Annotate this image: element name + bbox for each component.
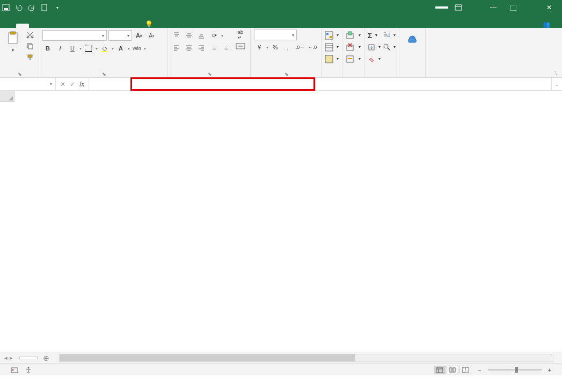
sheet-tab-bar: ◂ ▸ ⊕ [0, 352, 562, 364]
undo-icon[interactable] [15, 4, 23, 11]
normal-view-icon[interactable] [434, 366, 446, 374]
accessibility-icon[interactable] [25, 366, 32, 374]
currency-icon[interactable]: ¥ [254, 42, 265, 53]
cancel-formula-icon[interactable]: ✕ [60, 81, 65, 88]
tab-data[interactable] [68, 24, 81, 28]
increase-font-icon[interactable]: A▴ [134, 30, 144, 41]
svg-rect-2 [42, 4, 47, 11]
autosum-button[interactable]: Σ▾ [368, 30, 381, 41]
align-center-icon[interactable] [184, 42, 194, 53]
ribbon-display-icon[interactable] [455, 4, 476, 11]
minimize-button[interactable]: — [483, 4, 504, 11]
zoom-out-icon[interactable]: − [478, 367, 481, 373]
page-layout-view-icon[interactable] [447, 366, 458, 374]
qat-more-icon[interactable]: ▾ [54, 4, 61, 11]
align-right-icon[interactable] [196, 42, 207, 53]
save-icon[interactable] [2, 4, 10, 11]
decrease-decimal-icon[interactable]: ←.0 [307, 42, 318, 53]
launcher-icon[interactable]: ⬊ [102, 71, 106, 77]
svg-rect-3 [455, 5, 462, 10]
tab-baidu[interactable] [132, 24, 145, 28]
sheet-nav-prev-icon[interactable]: ◂ [4, 354, 8, 361]
launcher-icon[interactable]: ⬊ [18, 71, 22, 77]
sheet-tab[interactable] [19, 357, 38, 359]
add-sheet-icon[interactable]: ⊕ [38, 354, 55, 362]
tab-layout[interactable] [42, 24, 55, 28]
page-break-view-icon[interactable] [459, 366, 471, 374]
italic-icon[interactable]: I [55, 43, 65, 54]
delete-cells-button[interactable]: ▾ [346, 41, 361, 53]
window-controls: — ✕ [435, 4, 560, 11]
align-bottom-icon[interactable] [196, 30, 207, 41]
svg-rect-48 [347, 45, 353, 50]
launcher-icon[interactable]: ⬊ [208, 71, 212, 77]
increase-indent-icon[interactable]: ≡ [221, 42, 232, 53]
tab-insert[interactable] [29, 24, 42, 28]
orientation-icon[interactable]: ⟳ [209, 30, 220, 41]
cell-style-button[interactable]: ▾ [325, 53, 339, 64]
group-clipboard: ▾ ⬊ [0, 28, 39, 77]
tab-help[interactable] [119, 24, 132, 28]
maximize-button[interactable] [510, 5, 532, 11]
font-color-icon[interactable]: A [115, 43, 126, 54]
expand-formula-icon[interactable]: ⌄ [551, 78, 562, 90]
phonetic-icon[interactable]: wén [132, 43, 142, 54]
tab-formulas[interactable] [55, 24, 68, 28]
format-cells-button[interactable]: ▾ [346, 53, 361, 64]
chevron-down-icon[interactable]: ▾ [50, 82, 52, 86]
increase-decimal-icon[interactable]: .0→ [295, 42, 305, 53]
wrap-text-icon[interactable]: ab↵ [234, 30, 247, 40]
format-painter-icon[interactable] [25, 52, 35, 63]
underline-icon[interactable]: U [67, 43, 78, 54]
select-all-corner[interactable] [0, 91, 14, 102]
font-size-combo[interactable]: ▾ [108, 30, 132, 41]
sheet-nav-next-icon[interactable]: ▸ [10, 354, 13, 361]
fill-button[interactable]: ▾ [368, 41, 381, 53]
redo-icon[interactable] [28, 4, 35, 11]
group-styles: ▾ ▾ ▾ [322, 28, 342, 77]
number-format-combo[interactable]: ▾ [254, 30, 297, 40]
font-name-combo[interactable]: ▾ [42, 30, 107, 41]
table-format-button[interactable]: ▾ [325, 41, 339, 53]
save-to-baidu-button[interactable] [403, 30, 422, 48]
zoom-in-icon[interactable]: + [548, 367, 551, 373]
sort-filter-button[interactable]: ▾ [383, 30, 396, 41]
conditional-format-button[interactable]: ▾ [325, 30, 339, 41]
fill-color-icon[interactable] [99, 43, 110, 54]
tab-file[interactable] [3, 24, 16, 28]
merge-icon[interactable] [234, 41, 247, 52]
group-alignment: ⟳ ▾ ≡ ≡ ab↵ ⬊ [168, 28, 251, 77]
comma-icon[interactable]: , [282, 42, 293, 53]
enter-formula-icon[interactable]: ✓ [70, 81, 75, 88]
bold-icon[interactable]: B [42, 43, 53, 54]
ribbon-tabs: 💡 👥 [0, 15, 562, 28]
login-button[interactable] [435, 6, 448, 9]
tab-home[interactable] [16, 24, 29, 28]
percent-icon[interactable]: % [270, 42, 281, 53]
tab-review[interactable] [81, 24, 93, 28]
tab-view[interactable] [93, 24, 106, 28]
formula-bar[interactable] [89, 78, 551, 90]
decrease-font-icon[interactable]: A▾ [146, 30, 157, 41]
record-macro-icon[interactable] [11, 366, 18, 374]
border-icon[interactable] [83, 43, 94, 54]
name-box[interactable]: ▾ [0, 78, 56, 90]
collapse-ribbon-icon[interactable]: ㄟ [429, 69, 559, 77]
fx-icon[interactable]: fx [79, 81, 84, 88]
align-left-icon[interactable] [171, 42, 182, 53]
insert-cells-button[interactable]: ▾ [346, 30, 361, 41]
horizontal-scrollbar[interactable] [59, 354, 553, 362]
new-icon[interactable] [41, 4, 48, 11]
align-top-icon[interactable] [171, 30, 182, 41]
find-select-button[interactable]: ▾ [383, 41, 396, 53]
paste-button[interactable]: ▾ [3, 30, 23, 54]
launcher-icon[interactable]: ⬊ [284, 71, 289, 77]
close-button[interactable]: ✕ [538, 4, 560, 11]
cut-icon[interactable] [25, 30, 35, 40]
decrease-indent-icon[interactable]: ≡ [209, 42, 220, 53]
copy-icon[interactable] [25, 41, 35, 52]
align-middle-icon[interactable] [184, 30, 194, 41]
zoom-slider[interactable] [488, 369, 542, 371]
clear-button[interactable]: ▾ [368, 53, 381, 64]
tab-dev[interactable] [106, 24, 119, 28]
